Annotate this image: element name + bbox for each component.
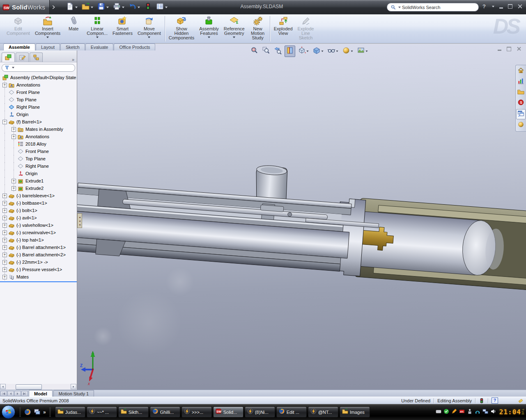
antivirus-tray-icon[interactable] (443, 409, 449, 416)
reference-geometry-dropdown-icon[interactable] (233, 37, 235, 38)
scrollbar-thumb[interactable] (16, 384, 42, 390)
volume-tray-icon[interactable] (490, 409, 496, 416)
taskbar-item[interactable]: >>>... (181, 406, 212, 418)
audio-tray-icon[interactable] (475, 409, 480, 416)
search-scope-dropdown-icon[interactable] (398, 7, 401, 8)
home-taskpane-button[interactable] (517, 66, 525, 76)
tab-sketch[interactable]: Sketch (60, 43, 85, 50)
zoom-to-fit-button[interactable] (249, 46, 260, 57)
taskbar-sikth[interactable]: Sikth... (118, 406, 149, 418)
reference-geometry-button[interactable]: Reference Geometry (221, 14, 247, 43)
exploded-view-button[interactable]: Exploded View (271, 14, 295, 43)
appearances-taskpane-button[interactable] (517, 121, 525, 130)
view-orientation-dropdown-icon[interactable] (306, 50, 308, 52)
keyboard-tray-icon[interactable] (436, 409, 441, 416)
apply-scene-dropdown-icon[interactable] (365, 50, 368, 52)
tab-evaluate[interactable]: Evaluate (85, 43, 114, 50)
move-component-dropdown-icon[interactable] (148, 37, 150, 38)
help-button[interactable]: ? (482, 3, 486, 9)
display-style-dropdown-icon[interactable] (321, 50, 323, 52)
qa-rebuild-button[interactable] (143, 2, 153, 13)
usb-tray-icon[interactable] (467, 409, 473, 416)
tree-item-screwinvalve-1[interactable]: +(-) screwinvalve<1> (0, 229, 77, 236)
tree-item-right-plane[interactable]: Right Plane (0, 162, 77, 170)
tree-item-f-barrel-1[interactable]: −(f) Barrel<1> (0, 118, 77, 126)
save-dropdown-icon[interactable] (106, 7, 109, 8)
feature-manager-tab[interactable] (2, 52, 15, 62)
edit-appearance-button[interactable] (341, 46, 354, 57)
taskbar-nt[interactable]: @NT... (308, 406, 338, 418)
library-taskpane-button[interactable] (517, 88, 525, 97)
filter-dropdown-icon[interactable] (12, 67, 14, 68)
tree-item-extrude1[interactable]: +Extrude1 (0, 177, 77, 185)
linear-pattern-dropdown-icon[interactable] (96, 37, 99, 38)
assembly-features-dropdown-icon[interactable] (208, 37, 210, 38)
new-motion-study-button[interactable]: New Motion Study (247, 14, 269, 43)
tab-model[interactable]: Model (29, 390, 53, 397)
tab-scroll-next-button[interactable] (14, 391, 21, 396)
qa-options-button[interactable] (155, 2, 169, 13)
toolbox-taskpane-button[interactable]: S (517, 98, 525, 108)
tag-icon[interactable] (518, 398, 524, 404)
taskbar-item[interactable]: ~~* ... (87, 406, 117, 418)
tree-item-barrel-attachment-1[interactable]: +(-) Barrel attachment<1> (0, 244, 77, 251)
show-hidden-components-button[interactable]: Show Hidden Components (166, 14, 197, 43)
scroll-right-button[interactable] (71, 384, 76, 389)
help-dropdown-icon[interactable] (492, 6, 494, 7)
toolbar-grip[interactable] (49, 408, 51, 417)
scroll-left-button[interactable] (0, 384, 6, 389)
tree-item-22mm-1[interactable]: +(-) 22mm<1> -> (0, 258, 77, 266)
tree-item-front-plane[interactable]: Front Plane (0, 148, 77, 155)
tab-scroll-prev-button[interactable] (7, 391, 14, 396)
tree-item-barrelsleeve-1[interactable]: +(-) barrelsleeve<1> (0, 192, 77, 199)
taskbar-solid[interactable]: SWSolid... (213, 406, 243, 418)
toolbar-grip[interactable] (19, 408, 21, 417)
property-manager-tab[interactable] (16, 52, 29, 62)
resources-taskpane-button[interactable] (517, 77, 525, 87)
network-tray-icon[interactable] (482, 409, 488, 416)
tab-scroll-first-button[interactable] (0, 391, 7, 396)
menu-expand-icon[interactable] (52, 5, 55, 9)
edit-appearance-dropdown-icon[interactable] (351, 50, 353, 52)
assembly-section-model[interactable] (77, 44, 526, 390)
show-desktop-icon[interactable] (34, 409, 41, 415)
tab-scroll-last-button[interactable] (21, 391, 28, 396)
tree-item-mates[interactable]: +Mates (0, 273, 77, 281)
insert-components-dropdown-icon[interactable] (46, 37, 49, 38)
open-dropdown-icon[interactable] (91, 7, 93, 8)
tablet-pen-tray-icon[interactable] (451, 409, 457, 416)
configuration-manager-tab[interactable] (30, 52, 43, 62)
tree-item-bolt-1[interactable]: +(-) bolt<1> (0, 207, 77, 214)
tree-item-front-plane[interactable]: Front Plane (0, 89, 77, 96)
apply-scene-button[interactable] (356, 46, 369, 57)
hide-show-items-dropdown-icon[interactable] (336, 50, 338, 52)
tree-item-origin[interactable]: Origin (0, 170, 77, 177)
tree-item-valvehollow-1[interactable]: +(-) valvehollow<1> (0, 221, 77, 229)
qa-open-button[interactable] (80, 2, 94, 13)
tree-item-barrel-attachment-2[interactable]: +(-) Barrel attachment<2> (0, 251, 77, 258)
search-input[interactable]: SolidWorks Search (387, 3, 479, 11)
new-doc-dropdown-icon[interactable] (75, 7, 78, 8)
doc-close-button[interactable] (517, 46, 521, 51)
taskbar-images[interactable]: Images (340, 406, 370, 418)
previous-view-button[interactable] (273, 46, 283, 57)
qa-print-button[interactable] (112, 2, 126, 13)
firefox-quicklaunch-icon[interactable] (24, 409, 31, 415)
assembly-features-button[interactable]: Assembly Features (197, 14, 221, 43)
display-style-button[interactable] (311, 46, 325, 57)
tree-item-top-plane[interactable]: Top Plane (0, 155, 77, 162)
doc-restore-button[interactable] (507, 47, 511, 51)
options-dropdown-icon[interactable] (165, 7, 168, 8)
mate-button[interactable]: Mate (63, 14, 84, 43)
taskbar-judas[interactable]: Judas... (55, 406, 85, 418)
ati-tray-icon[interactable]: ATI (459, 409, 465, 416)
doc-minimize-button[interactable] (498, 50, 501, 51)
hide-show-items-button[interactable] (326, 46, 340, 57)
tree-horizontal-scrollbar[interactable] (0, 384, 76, 389)
smart-fasteners-button[interactable]: Smart Fasteners (110, 14, 135, 43)
tree-item-annotations[interactable]: +AAnnotations (0, 133, 77, 140)
tab-layout[interactable]: Layout (36, 43, 60, 50)
qa-undo-button[interactable] (127, 2, 141, 13)
tree-item-annotations[interactable]: +AAnnotations (0, 81, 77, 89)
minimize-button[interactable] (499, 7, 503, 9)
